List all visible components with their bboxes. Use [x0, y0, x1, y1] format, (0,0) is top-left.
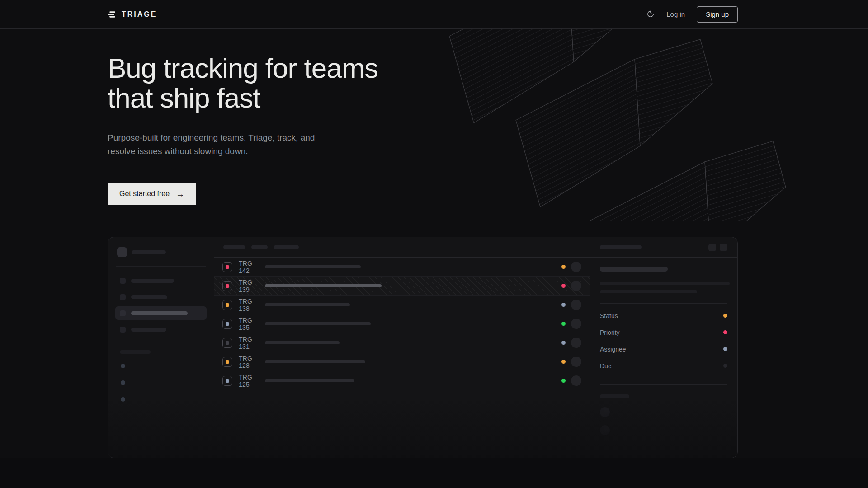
- field-label: Assignee: [600, 346, 626, 353]
- panel-button-placeholder: [708, 244, 716, 251]
- issue-row: TRG–125: [214, 371, 590, 390]
- issue-row: TRG–135: [214, 314, 590, 333]
- mockup-sidebar-items: [115, 274, 207, 336]
- app-mockup: TRG–142 TRG–139 TRG–138 TRG–135 TRG–131: [108, 237, 738, 458]
- status-dot: [561, 303, 566, 307]
- panel-button-placeholder: [720, 244, 727, 251]
- assignee-avatar-placeholder: [571, 338, 581, 348]
- issue-list-header: [214, 237, 590, 258]
- field-value-dot: [723, 347, 727, 351]
- issue-title-placeholder: [265, 379, 354, 382]
- user-dot-placeholder: [121, 380, 125, 385]
- login-link[interactable]: Log in: [666, 10, 685, 18]
- issue-row: TRG–128: [214, 352, 590, 371]
- skeleton-bar: [132, 250, 166, 254]
- divider: [116, 343, 206, 343]
- mockup-detail-panel: Status Priority Assignee Due: [590, 237, 737, 458]
- field-value-dot: [723, 364, 727, 368]
- top-nav: TRIAGE Log in Sign up: [0, 0, 868, 29]
- cta-label: Get started free: [119, 190, 170, 198]
- priority-icon: [222, 262, 232, 272]
- status-dot: [561, 265, 566, 269]
- detail-field-row: Status: [600, 307, 727, 324]
- issue-id: TRG–128: [239, 355, 265, 369]
- issue-title-placeholder: [265, 360, 365, 363]
- tab-placeholder: [274, 245, 299, 249]
- issue-title-placeholder: [265, 322, 371, 325]
- triage-logo-icon: [108, 10, 117, 19]
- assignee-avatar-placeholder: [571, 357, 581, 367]
- skeleton-bar: [600, 245, 642, 249]
- text-line-placeholder: [600, 282, 730, 285]
- field-label: Status: [600, 312, 618, 319]
- brand-name: TRIAGE: [122, 10, 157, 19]
- status-dot: [561, 284, 566, 288]
- status-dot: [561, 360, 566, 364]
- field-value-dot: [723, 330, 727, 334]
- issue-rows: TRG–142 TRG–139 TRG–138 TRG–135 TRG–131: [214, 258, 590, 390]
- assignee-avatar-placeholder: [571, 262, 581, 272]
- field-label: Due: [600, 362, 612, 370]
- detail-field-row: Assignee: [600, 341, 727, 357]
- theme-toggle-button[interactable]: [646, 10, 655, 19]
- hero-title: Bug tracking for teamsthat ship fast: [108, 53, 514, 113]
- issue-title-placeholder: [265, 265, 361, 268]
- signup-button[interactable]: Sign up: [697, 6, 738, 23]
- priority-icon: [222, 338, 232, 348]
- status-dot: [561, 322, 566, 326]
- moon-icon: [646, 10, 655, 19]
- tab-placeholder: [223, 245, 245, 249]
- nav-right: Log in Sign up: [646, 6, 738, 23]
- avatar-placeholder: [600, 407, 610, 417]
- issue-title-placeholder: [600, 267, 668, 272]
- issue-id: TRG–142: [239, 260, 265, 274]
- priority-icon: [222, 281, 232, 291]
- issue-id: TRG–125: [239, 374, 265, 388]
- user-dot-placeholder: [121, 397, 125, 402]
- issue-id: TRG–139: [239, 279, 265, 293]
- detail-fields: Status Priority Assignee Due: [600, 307, 727, 374]
- assignee-avatar-placeholder: [571, 319, 581, 329]
- text-line-placeholder: [600, 290, 697, 293]
- issue-title-placeholder: [265, 284, 382, 287]
- divider: [116, 266, 206, 267]
- issue-id: TRG–138: [239, 298, 265, 312]
- assignee-avatar-placeholder: [571, 281, 581, 291]
- footer: [0, 458, 868, 488]
- sidebar-item-placeholder: [115, 323, 207, 336]
- issue-row: TRG–139: [214, 277, 590, 296]
- issue-title-placeholder: [265, 341, 340, 344]
- detail-panel-header: [590, 237, 737, 258]
- priority-icon: [222, 300, 232, 310]
- priority-icon: [222, 319, 232, 329]
- get-started-button[interactable]: Get started free →: [108, 183, 196, 205]
- nav-inner: TRIAGE Log in Sign up: [108, 0, 738, 28]
- issue-row: TRG–131: [214, 333, 590, 352]
- tab-placeholder: [251, 245, 268, 249]
- issue-title-placeholder: [265, 303, 350, 306]
- issue-row: TRG–138: [214, 296, 590, 314]
- assignee-avatar-placeholder: [571, 375, 581, 386]
- sidebar-item-placeholder: [115, 274, 207, 287]
- status-dot: [561, 341, 566, 345]
- mockup-sidebar-header: [117, 247, 207, 257]
- arrow-right-icon: →: [176, 190, 184, 198]
- detail-panel-body: Status Priority Assignee Due: [590, 258, 737, 435]
- detail-field-row: Priority: [600, 324, 727, 341]
- hero-subtitle: Purpose-built for engineering teams. Tri…: [108, 131, 514, 158]
- detail-field-row: Due: [600, 357, 727, 374]
- divider: [600, 303, 727, 304]
- issue-id: TRG–135: [239, 317, 265, 331]
- sidebar-item-placeholder: [115, 290, 207, 304]
- priority-icon: [222, 357, 232, 367]
- divider: [600, 384, 727, 385]
- avatar-placeholder: [600, 425, 610, 435]
- field-value-dot: [723, 314, 727, 318]
- status-dot: [561, 379, 566, 383]
- sidebar-item-placeholder-active: [115, 306, 207, 320]
- issue-id: TRG–131: [239, 336, 265, 350]
- brand[interactable]: TRIAGE: [108, 10, 157, 19]
- user-dot-placeholder: [121, 364, 125, 368]
- workspace-avatar-placeholder: [117, 247, 127, 257]
- mockup-issue-list: TRG–142 TRG–139 TRG–138 TRG–135 TRG–131: [214, 237, 590, 458]
